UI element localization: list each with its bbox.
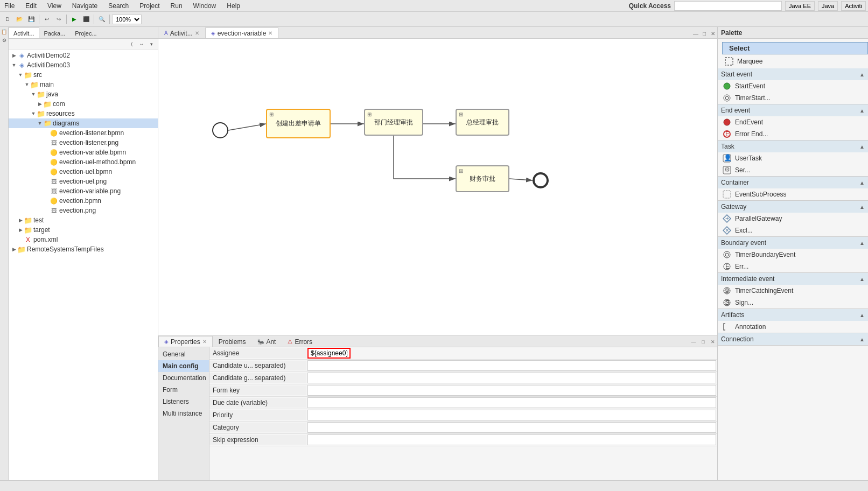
toolbar-new[interactable]: 🗋 (2, 14, 13, 25)
menu-search[interactable]: Search (106, 1, 131, 11)
tree-item-f6[interactable]: 🖼 evection-uel.png (9, 177, 158, 186)
tree-item-src[interactable]: ▼ 📁 src (9, 70, 158, 80)
palette-item-error-end[interactable]: E Error End... (718, 128, 868, 140)
editor-tab-evection-variable[interactable]: ◈ evection-variable ✕ (205, 27, 279, 38)
tree-toggle-diagrams[interactable]: ▼ (37, 120, 43, 127)
tree-toggle-demo02[interactable]: ▶ (11, 52, 17, 59)
prop-input-form-key[interactable] (307, 385, 716, 396)
palette-item-parallel-gateway[interactable]: + ParallelGateway (718, 213, 868, 225)
palette-section-header-gateway[interactable]: Gateway ▲ (718, 201, 868, 213)
tree-toggle-demo03[interactable]: ▼ (11, 62, 17, 68)
tree-item-resources[interactable]: ▼ 📁 resources (9, 109, 158, 118)
palette-section-header-artifacts[interactable]: Artifacts ▲ (718, 309, 868, 321)
toolbar-open[interactable]: 📂 (14, 14, 25, 25)
palette-section-header-connection[interactable]: Connection ▲ (718, 333, 868, 345)
start-event[interactable] (212, 122, 228, 138)
tree-item-diagrams[interactable]: ▼ 📁 diagrams (9, 118, 158, 128)
palette-item-timer-start[interactable]: TimerStart... (718, 92, 868, 104)
tree-item-f4[interactable]: 🟡 evection-uel-method.bpmn (9, 157, 158, 167)
properties-maximize-btn[interactable]: □ (699, 337, 708, 347)
palette-marquee[interactable]: Marquee (720, 55, 866, 67)
menu-help[interactable]: Help (225, 1, 242, 11)
tree-item-f5[interactable]: 🟡 evection-uel.bpmn (9, 167, 158, 177)
palette-section-header-intermediate-event[interactable]: Intermediate event ▲ (718, 273, 868, 285)
menu-view[interactable]: View (45, 1, 64, 11)
tree-item-test[interactable]: ▶ 📁 test (9, 215, 158, 225)
tree-item-demo02[interactable]: ▶ ◈ ActivitiDemo02 (9, 51, 158, 60)
properties-tab-errors[interactable]: ⚠ Errors (282, 336, 318, 347)
toolbar-undo[interactable]: ↩ (41, 14, 52, 25)
toolbar-debug[interactable]: ⬛ (81, 14, 92, 25)
palette-item-service-task[interactable]: ⚙ Ser... (718, 164, 868, 176)
editor-tab-activit-close[interactable]: ✕ (195, 30, 199, 36)
prop-input-category[interactable] (307, 422, 716, 433)
palette-section-header-end-event[interactable]: End event ▲ (718, 104, 868, 116)
perspective-java[interactable]: Java (818, 1, 838, 11)
task-dept-manager[interactable]: ⊞ 部门经理审批 (364, 109, 423, 136)
tree-item-f1[interactable]: 🟡 evection-listener.bpmn (9, 128, 158, 138)
menu-navigate[interactable]: Navigate (70, 1, 100, 11)
sidebar-icon-1[interactable]: 📋 (1, 28, 8, 36)
palette-item-end-event[interactable]: EndEvent (718, 116, 868, 128)
editor-close-btn[interactable]: ✕ (709, 29, 717, 38)
prop-nav-listeners[interactable]: Listeners (158, 396, 209, 408)
tree-item-target[interactable]: ▶ 📁 target (9, 225, 158, 235)
tree-item-demo03[interactable]: ▼ ◈ ActivitiDemo03 (9, 60, 158, 70)
prop-input-due-date[interactable] (307, 397, 716, 408)
toolbar-redo[interactable]: ↪ (53, 14, 64, 25)
diagram-canvas[interactable]: ⊞ 创建出差申请单 ⊞ 部门经理审批 ⊞ 总经理审批 ⊞ 财务审批 (158, 39, 717, 335)
tree-toggle-com[interactable]: ▶ (37, 101, 43, 107)
palette-item-signal-catching[interactable]: S Sign... (718, 297, 868, 308)
prop-input-candidate-users[interactable] (307, 360, 716, 371)
palette-select-btn[interactable]: Select (722, 42, 868, 54)
tree-item-com[interactable]: ▶ 📁 com (9, 99, 158, 109)
tree-item-f9[interactable]: 🖼 evection.png (9, 206, 158, 215)
prop-nav-multi-instance[interactable]: Multi instance (158, 408, 209, 419)
tree-item-f8[interactable]: 🟡 evection.bpmn (9, 196, 158, 206)
prop-nav-general[interactable]: General (158, 348, 209, 360)
tree-toggle-resources[interactable]: ▼ (30, 110, 37, 117)
tree-item-remote[interactable]: ▶ 📁 RemoteSystemsTempFiles (9, 244, 158, 254)
palette-section-header-boundary-event[interactable]: Boundary event ▲ (718, 237, 868, 249)
properties-tab-close[interactable]: ✕ (202, 339, 207, 345)
properties-tab-properties[interactable]: ◈ Properties ✕ (158, 336, 213, 347)
editor-minimize-btn[interactable]: — (691, 29, 700, 38)
tree-toggle-src[interactable]: ▼ (17, 72, 24, 78)
editor-tab-activit[interactable]: A Activit... ✕ (158, 27, 205, 38)
sidebar-tab-projec[interactable]: Projec... (70, 27, 101, 38)
editor-maximize-btn[interactable]: □ (700, 29, 709, 38)
tree-toggle-java[interactable]: ▼ (30, 91, 37, 97)
palette-item-timer-boundary[interactable]: TimerBoundaryEvent (718, 249, 868, 261)
tree-item-pom[interactable]: X pom.xml (9, 235, 158, 244)
task-finance[interactable]: ⊞ 财务审批 (456, 165, 509, 192)
prop-input-priority[interactable] (307, 410, 716, 420)
perspective-java-ee[interactable]: Java EE (785, 1, 815, 11)
tree-toggle-test[interactable]: ▶ (17, 217, 24, 223)
sidebar-icon-2[interactable]: ⚙ (1, 37, 8, 44)
zoom-select[interactable]: 100% (112, 15, 142, 24)
tree-item-f3[interactable]: 🟡 evection-variable.bpmn (9, 148, 158, 157)
prop-input-assignee[interactable] (307, 348, 351, 359)
end-event[interactable] (533, 172, 549, 188)
palette-item-exclusive-gateway[interactable]: × Excl... (718, 225, 868, 236)
menu-window[interactable]: Window (191, 1, 219, 11)
palette-item-annotation[interactable]: Annotation (718, 321, 868, 333)
perspective-activiti[interactable]: Activiti (841, 1, 866, 11)
tree-item-main[interactable]: ▼ 📁 main (9, 80, 158, 89)
palette-item-user-task[interactable]: 👤 UserTask (718, 152, 868, 164)
toolbar-search[interactable]: 🔍 (96, 14, 107, 25)
palette-section-header-start-event[interactable]: Start event ▲ (718, 68, 868, 80)
sidebar-menu-btn[interactable]: ▾ (147, 40, 156, 48)
editor-tab-ev-close[interactable]: ✕ (268, 30, 272, 36)
tree-item-f7[interactable]: 🖼 evection-variable.png (9, 186, 158, 196)
tree-item-f2[interactable]: 🖼 evection-listener.png (9, 138, 158, 148)
sidebar-tab-packa[interactable]: Packa... (39, 27, 71, 38)
menu-edit[interactable]: Edit (23, 1, 39, 11)
tree-toggle-main[interactable]: ▼ (24, 81, 30, 88)
tree-item-java[interactable]: ▼ 📁 java (9, 89, 158, 99)
quick-access-input[interactable] (674, 1, 782, 11)
tree-toggle-remote[interactable]: ▶ (11, 246, 17, 252)
toolbar-save[interactable]: 💾 (26, 14, 37, 25)
prop-nav-main-config[interactable]: Main config (158, 360, 209, 372)
palette-item-timer-catching[interactable]: TimerCatchingEvent (718, 285, 868, 297)
